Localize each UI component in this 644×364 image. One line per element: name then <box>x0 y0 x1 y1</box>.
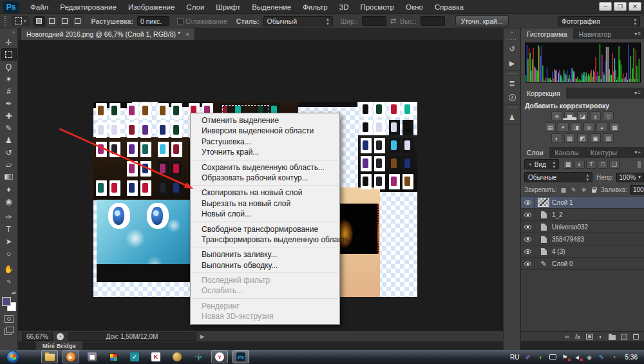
layer-row[interactable]: ✎Слой 0 <box>521 258 644 270</box>
menu-item-type[interactable]: Шрифт <box>210 0 246 14</box>
tab-adjustments[interactable]: Коррекция <box>521 88 566 99</box>
menu-item-select[interactable]: Выделение <box>246 0 297 14</box>
menu-item-3d[interactable]: 3D <box>334 0 355 14</box>
lock-transparency-icon[interactable]: ▦ <box>560 186 567 194</box>
context-menu-item[interactable]: Уточнить край... <box>191 147 339 157</box>
filter-kind-type-icon[interactable]: T <box>586 160 596 169</box>
layer-row[interactable]: Слой 1 <box>521 196 644 209</box>
context-menu-item[interactable]: Трансформировать выделенную область <box>191 235 339 245</box>
pen-tray-icon[interactable]: ✐ <box>524 353 533 361</box>
tab-layers-1[interactable]: Каналы <box>549 147 585 158</box>
context-menu-item[interactable]: Отменить выделение <box>191 115 339 126</box>
menu-item-view[interactable]: Просмотр <box>354 0 400 14</box>
new-layer-icon[interactable] <box>621 334 627 340</box>
hue-saturation-icon[interactable]: ▤ <box>545 122 556 132</box>
black-white-icon[interactable]: ◨ <box>571 122 582 132</box>
photoshop-icon[interactable]: Ps <box>232 350 249 363</box>
taskbar-clock[interactable]: 5:36 <box>625 354 638 361</box>
close-icon[interactable]: ✕ <box>629 2 641 11</box>
layer-row[interactable]: 358479483 <box>521 233 644 245</box>
explorer-icon[interactable] <box>41 350 58 363</box>
context-menu-item[interactable]: Образовать рабочий контур... <box>191 173 339 183</box>
blend-mode-select[interactable]: Обычные▴▾ <box>524 172 592 182</box>
swap-dimensions-icon[interactable]: ⇄ <box>390 17 396 25</box>
properties-panel-icon[interactable]: ≣ <box>506 78 518 88</box>
exposure-icon[interactable]: ± <box>590 111 601 121</box>
media-player-icon[interactable]: ▶ <box>62 350 79 363</box>
lock-all-icon[interactable] <box>591 186 598 194</box>
swap-colors-icon[interactable]: ⇄ <box>12 290 16 296</box>
menu-item-image[interactable]: Изображение <box>122 0 180 14</box>
paint-tray-icon[interactable]: ✎ <box>598 353 606 361</box>
zoom-tool[interactable]: ♀ <box>1 275 17 287</box>
filter-type-select[interactable]: ♀Вид ▴▾ <box>524 159 559 169</box>
visibility-cell[interactable] <box>521 196 535 209</box>
gold-app-icon[interactable] <box>169 350 185 363</box>
yandex-browser-icon[interactable]: Y <box>211 350 228 363</box>
channel-mixer-icon[interactable]: ◒ <box>596 122 607 132</box>
hand-tool[interactable]: ✋ <box>1 263 17 275</box>
visibility-cell[interactable] <box>521 221 535 233</box>
lock-pixels-icon[interactable]: ✎ <box>570 186 578 194</box>
crop-tool[interactable]: # <box>1 85 17 97</box>
mini-bridge-tab[interactable]: Mini Bridge <box>36 341 82 350</box>
fill-value[interactable]: 100%▾ <box>630 185 644 195</box>
rectangular-marquee-tool[interactable] <box>1 48 17 61</box>
history-brush-tool[interactable]: ↺ <box>1 146 17 158</box>
visibility-cell[interactable] <box>521 258 535 270</box>
subtract-selection-button[interactable] <box>59 16 71 26</box>
feather-input[interactable]: 0 пикс. <box>137 16 169 26</box>
filter-kind-pixel-icon[interactable]: ▦ <box>563 160 573 169</box>
info-panel-icon[interactable]: i <box>506 92 518 102</box>
video-editor-icon[interactable]: K <box>147 350 164 363</box>
adjustment-layer-icon[interactable]: ◐ <box>599 333 603 340</box>
context-menu-item[interactable]: Свободное трансформирование <box>191 224 339 235</box>
path-selection-tool[interactable]: ➤ <box>1 235 17 247</box>
quick-mask-button[interactable] <box>4 315 14 323</box>
vibrance-icon[interactable]: ▽ <box>603 111 614 121</box>
antialias-checkbox[interactable] <box>177 18 184 24</box>
intersect-selection-button[interactable] <box>72 16 84 26</box>
menu-item-edit[interactable]: Редактирование <box>54 0 122 14</box>
context-menu-item[interactable]: Растушевка... <box>191 137 339 147</box>
status-flyout-icon[interactable]: ▶ <box>200 334 204 340</box>
context-menu-item[interactable]: Выполнить обводку... <box>191 260 339 271</box>
menu-item-file[interactable]: Файл <box>24 0 54 14</box>
lasso-tool[interactable]: Ϙ <box>1 61 17 73</box>
eyedropper-tool[interactable]: ✒ <box>1 97 17 110</box>
opacity-value[interactable]: 100%▾ <box>616 173 644 182</box>
clone-stamp-tool[interactable]: ♟ <box>1 134 17 146</box>
refine-edge-button[interactable]: Уточн. край... <box>455 15 509 26</box>
layer-style-icon[interactable]: fx <box>575 334 580 340</box>
network-tray-icon[interactable] <box>549 353 557 361</box>
menu-item-filter[interactable]: Фильтр <box>297 0 334 14</box>
new-selection-button[interactable] <box>33 16 45 26</box>
menu-item-window[interactable]: Окно <box>400 0 429 14</box>
layer-mask-icon[interactable] <box>586 334 593 340</box>
minimize-icon[interactable]: – <box>599 2 612 11</box>
delete-layer-icon[interactable] <box>633 334 639 340</box>
expand-panels-icon[interactable]: « <box>511 30 513 35</box>
link-layers-icon[interactable]: ∞ <box>565 333 569 340</box>
healing-brush-tool[interactable]: ✚ <box>1 110 17 122</box>
restore-icon[interactable]: ❐ <box>614 2 627 11</box>
visibility-cell[interactable] <box>521 233 535 245</box>
style-select[interactable]: Обычный▴▾ <box>263 16 333 26</box>
selective-color-icon[interactable]: ▣ <box>590 133 601 143</box>
layer-row[interactable]: 1_2 <box>521 209 644 221</box>
context-menu-item[interactable]: Скопировать на новый слой <box>191 187 339 198</box>
brush-tool[interactable]: ✎ <box>1 122 17 134</box>
lock-position-icon[interactable]: ✛ <box>580 186 588 194</box>
update-tray-icon[interactable]: ◔ <box>610 353 618 361</box>
filter-kind-adjustment-icon[interactable]: ◐ <box>574 160 585 169</box>
magic-wand-tool[interactable]: ✶ <box>1 73 17 85</box>
add-selection-button[interactable] <box>46 16 58 26</box>
app-tray-icon[interactable]: ◆ <box>585 353 594 361</box>
rubiks-cube-icon[interactable] <box>105 350 122 363</box>
levels-icon[interactable]: ▂▆▃ <box>564 111 575 121</box>
gradient-tool[interactable] <box>1 171 17 183</box>
color-balance-icon[interactable]: ◓ <box>558 122 569 132</box>
height-input[interactable] <box>421 16 445 26</box>
eraser-tool[interactable]: ▱ <box>1 158 17 171</box>
dodge-tool[interactable]: ◉ <box>1 195 17 207</box>
